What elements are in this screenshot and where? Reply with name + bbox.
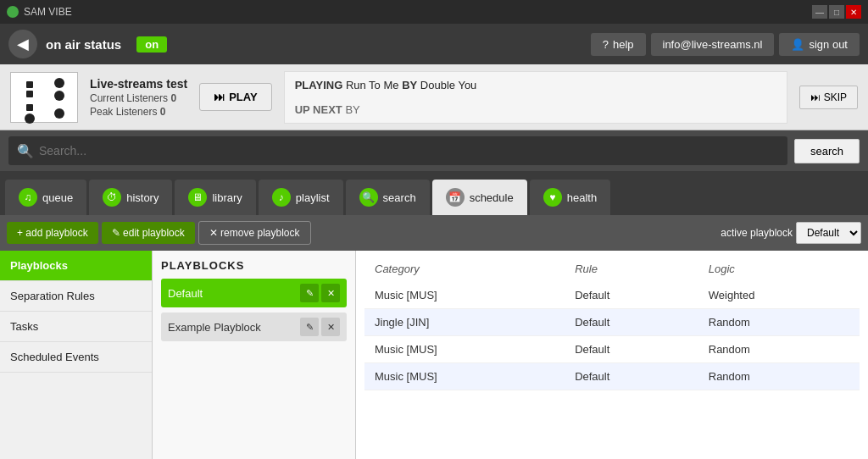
- skip-icon: ⏭: [810, 91, 821, 103]
- rules-tbody: Music [MUS]DefaultWeightedJingle [JIN]De…: [364, 282, 860, 390]
- play-button[interactable]: ⏭ PLAY: [199, 83, 271, 111]
- cell-category: Jingle [JIN]: [364, 309, 565, 336]
- cell-logic: Weighted: [698, 282, 860, 309]
- search-input-wrap: 🔍: [8, 136, 787, 165]
- remove-playblock-button[interactable]: ✕ remove playblock: [198, 221, 311, 245]
- station-logo: [10, 72, 78, 123]
- cell-rule: Default: [565, 363, 698, 390]
- tab-health[interactable]: ♥ health: [530, 180, 610, 215]
- tab-history[interactable]: ⏱ history: [89, 180, 172, 215]
- window-controls: — □ ✕: [812, 5, 861, 19]
- current-listeners-row: Current Listeners 0: [90, 92, 187, 104]
- signout-button[interactable]: 👤 sign out: [779, 33, 860, 56]
- cell-category: Music [MUS]: [364, 363, 565, 390]
- playblock-actions-example: ✎ ✕: [300, 318, 340, 336]
- app-logo: [7, 6, 19, 18]
- help-icon: ?: [603, 38, 609, 51]
- table-row[interactable]: Jingle [JIN]DefaultRandom: [364, 309, 860, 336]
- content-area: + add playblock ✎ edit playblock ✕ remov…: [0, 215, 868, 459]
- tab-playlist-label: playlist: [296, 191, 330, 204]
- logo-dot: [54, 108, 64, 119]
- rules-table: Category Rule Logic Music [MUS]DefaultWe…: [364, 259, 860, 390]
- table-row[interactable]: Music [MUS]DefaultRandom: [364, 363, 860, 390]
- edit-example-button[interactable]: ✎: [300, 318, 319, 336]
- sidebar-item-tasks[interactable]: Tasks: [0, 312, 152, 342]
- on-air-status-label: on air status: [46, 37, 121, 52]
- playblock-item-example[interactable]: Example Playblock ✎ ✕: [161, 312, 347, 341]
- delete-example-button[interactable]: ✕: [321, 318, 340, 336]
- add-playblock-button[interactable]: + add playblock: [7, 222, 98, 244]
- table-row[interactable]: Music [MUS]DefaultWeighted: [364, 282, 860, 309]
- help-button[interactable]: ? help: [591, 33, 646, 56]
- cell-rule: Default: [565, 336, 698, 363]
- play-icon: ⏭: [214, 91, 225, 103]
- library-icon: 🖥: [188, 188, 207, 207]
- skip-button[interactable]: ⏭ SKIP: [799, 86, 858, 109]
- table-row[interactable]: Music [MUS]DefaultRandom: [364, 336, 860, 363]
- cell-rule: Default: [565, 282, 698, 309]
- station-name: Live-streams test: [90, 77, 187, 91]
- now-playing-panel: PLAYING Run To Me BY Double You UP NEXT …: [284, 71, 787, 124]
- station-info: Live-streams test Current Listeners 0 Pe…: [90, 77, 187, 118]
- tab-bar: ♫ queue ⏱ history 🖥 library ♪ playlist 🔍…: [0, 171, 868, 215]
- playing-row: PLAYING Run To Me BY Double You: [295, 79, 776, 91]
- peak-listeners-row: Peak Listeners 0: [90, 106, 187, 118]
- tab-health-label: health: [567, 191, 597, 204]
- tab-schedule-label: schedule: [470, 191, 514, 204]
- title-bar: SAM VIBE — □ ✕: [0, 0, 868, 24]
- tab-history-label: history: [126, 191, 159, 204]
- search-input[interactable]: [39, 144, 779, 158]
- edit-default-button[interactable]: ✎: [300, 284, 319, 302]
- search-bar: 🔍 search: [0, 130, 868, 171]
- col-category: Category: [364, 259, 565, 282]
- back-button[interactable]: ◀: [8, 30, 37, 58]
- playblocks-panel-title: PLAYBLOCKS: [161, 259, 347, 272]
- queue-icon: ♫: [19, 188, 37, 207]
- left-sidebar: Playblocks Separation Rules Tasks Schedu…: [0, 251, 153, 459]
- station-bar: Live-streams test Current Listeners 0 Pe…: [0, 64, 868, 130]
- maximize-button[interactable]: □: [829, 5, 844, 19]
- history-icon: ⏱: [103, 188, 121, 207]
- main-content: + add playblock ✎ edit playblock ✕ remov…: [0, 215, 868, 459]
- col-rule: Rule: [565, 259, 698, 282]
- playlist-icon: ♪: [272, 188, 291, 207]
- sidebar-item-scheduled-events[interactable]: Scheduled Events: [0, 342, 152, 373]
- tab-playlist[interactable]: ♪ playlist: [259, 180, 343, 215]
- edit-playblock-button[interactable]: ✎ edit playblock: [102, 222, 195, 244]
- upnext-row: UP NEXT BY: [295, 103, 776, 116]
- rules-panel: Category Rule Logic Music [MUS]DefaultWe…: [356, 251, 868, 459]
- toolbar: + add playblock ✎ edit playblock ✕ remov…: [0, 215, 868, 251]
- signout-icon: 👤: [791, 38, 804, 51]
- tab-queue[interactable]: ♫ queue: [5, 180, 86, 215]
- logo-dot: [26, 81, 33, 88]
- schedule-icon: 📅: [446, 188, 465, 207]
- cell-logic: Random: [698, 363, 860, 390]
- tab-schedule[interactable]: 📅 schedule: [432, 180, 527, 215]
- app-title: SAM VIBE: [24, 6, 72, 18]
- playblock-actions: ✎ ✕: [300, 284, 340, 302]
- tab-search-label: search: [383, 191, 416, 204]
- tab-library[interactable]: 🖥 library: [175, 180, 255, 215]
- cell-logic: Random: [698, 336, 860, 363]
- tab-queue-label: queue: [42, 191, 73, 204]
- nav-right: ? help info@live-streams.nl 👤 sign out: [591, 33, 860, 56]
- tab-search[interactable]: 🔍 search: [346, 180, 430, 215]
- logo-dot: [54, 78, 64, 88]
- logo-dot: [25, 113, 35, 124]
- close-button[interactable]: ✕: [846, 5, 861, 19]
- minimize-button[interactable]: —: [812, 5, 827, 19]
- sidebar-item-playblocks[interactable]: Playblocks: [0, 251, 152, 281]
- playblock-item-default[interactable]: Default ✎ ✕: [161, 279, 347, 307]
- search-go-button[interactable]: search: [794, 139, 860, 163]
- tab-library-label: library: [212, 191, 242, 204]
- active-playblock-select[interactable]: Default: [796, 222, 861, 244]
- delete-default-button[interactable]: ✕: [321, 284, 340, 302]
- on-air-badge: on: [136, 36, 167, 53]
- email-button[interactable]: info@live-streams.nl: [651, 33, 775, 56]
- logo-dot: [26, 91, 33, 97]
- health-icon: ♥: [543, 188, 562, 207]
- content-body: Playblocks Separation Rules Tasks Schedu…: [0, 251, 868, 459]
- active-playblock-label: active playblock: [721, 227, 793, 239]
- cell-category: Music [MUS]: [364, 282, 565, 309]
- sidebar-item-separation-rules[interactable]: Separation Rules: [0, 281, 152, 312]
